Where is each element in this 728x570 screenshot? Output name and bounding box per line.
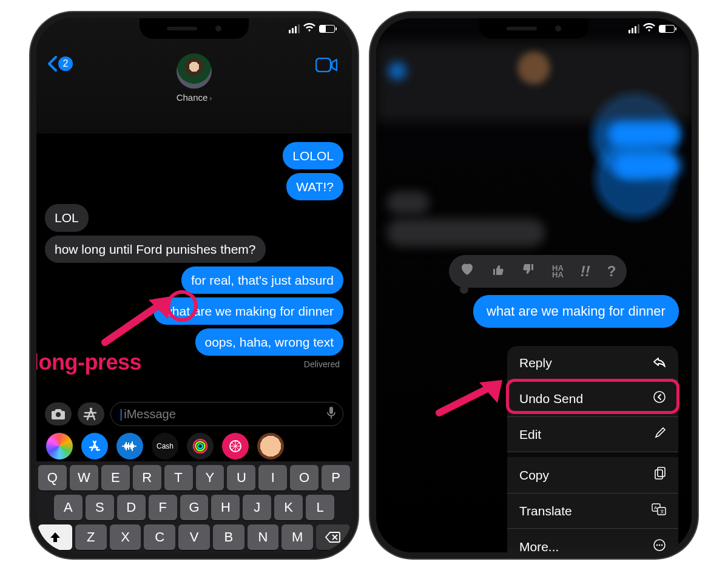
contact-name[interactable]: Chance› [36,92,352,103]
menu-edit[interactable]: Edit [507,417,678,452]
menu-reply-label: Reply [519,356,552,370]
blurred-bubble [614,153,681,178]
key-shift[interactable] [38,524,72,550]
edit-icon [654,427,666,442]
key-z[interactable]: Z [75,524,107,550]
status-bar [629,23,675,34]
keyboard[interactable]: Q W E R T Y U I O P A S D F G H J K L Z [36,461,352,552]
memoji-app-icon[interactable] [257,433,284,460]
svg-point-5 [198,444,203,449]
menu-translate-label: Translate [519,504,572,518]
menu-copy-label: Copy [519,468,549,483]
tapback-question-icon[interactable]: ? [607,263,616,280]
menu-more-label: More... [519,540,559,553]
menu-separator [507,452,678,457]
contact-avatar[interactable] [177,53,212,89]
messages-scroll[interactable]: LOLOL WAT!? LOL how long until Ford puni… [36,134,352,388]
key-m[interactable]: M [281,524,313,550]
contact-name-label: Chance [177,92,208,103]
key-k[interactable]: K [274,495,303,520]
key-v[interactable]: V [178,524,210,550]
wifi-icon [643,23,655,34]
key-q[interactable]: Q [38,465,67,490]
received-bubble[interactable]: how long until Ford punishes them? [45,236,266,263]
blurred-avatar [517,52,550,84]
tapback-thumbsup-icon[interactable] [491,263,505,280]
received-bubble[interactable]: LOL [45,204,89,231]
blurred-bubble [387,219,545,246]
message-placeholder: iMessage [124,407,176,421]
message-input[interactable]: |iMessage [110,402,343,426]
tapback-thumbsdown-icon[interactable] [522,263,535,280]
tapback-exclaim-icon[interactable]: !! [581,263,590,280]
tapback-heart-icon[interactable] [460,263,474,280]
key-d[interactable]: D [117,495,146,520]
apple-cash-app-icon[interactable]: Cash [152,433,178,460]
phone-right: HA HA !! ? what are we making for dinner… [376,18,692,552]
blurred-bubble [387,191,430,214]
menu-translate[interactable]: Translate A文 [507,494,678,529]
translate-icon: A文 [652,503,666,518]
tapback-bar: HA HA !! ? [449,255,627,288]
key-n[interactable]: N [248,524,279,550]
key-t[interactable]: T [164,465,193,490]
key-l[interactable]: L [306,495,334,520]
key-e[interactable]: E [101,465,130,490]
svg-text:文: 文 [660,509,664,514]
key-backspace[interactable] [316,524,350,550]
dictation-icon[interactable] [327,406,335,422]
tapback-haha-icon[interactable]: HA HA [552,265,564,278]
menu-copy[interactable]: Copy [507,457,678,494]
keyboard-row: A S D F G H J K L [38,495,350,520]
facetime-button[interactable] [315,56,337,76]
digital-touch-app-icon[interactable] [222,433,249,460]
compose-bar: |iMessage [36,397,352,431]
keyboard-row: Q W E R T Y U I O P [38,465,350,490]
battery-icon [319,25,335,33]
sent-bubble[interactable]: what are we making for dinner [153,297,343,325]
audio-app-icon[interactable] [116,433,143,460]
app-drawer-button[interactable] [78,402,104,426]
camera-button[interactable] [45,402,72,426]
apple-cash-label: Cash [157,442,174,450]
key-f[interactable]: F [149,495,177,520]
key-w[interactable]: W [70,465,98,490]
key-u[interactable]: U [227,465,255,490]
photos-app-icon[interactable] [46,433,73,460]
appstore-app-icon[interactable] [81,433,108,460]
key-h[interactable]: H [211,495,240,520]
menu-undo-send[interactable]: Undo Send [507,381,678,417]
fitness-app-icon[interactable] [187,433,214,460]
sent-bubble[interactable]: LOLOL [283,142,343,169]
key-i[interactable]: I [258,465,287,490]
key-j[interactable]: J [243,495,271,520]
sent-bubble[interactable]: WAT!? [286,173,343,200]
svg-rect-9 [658,467,665,477]
key-x[interactable]: X [110,524,141,550]
svg-rect-8 [655,470,662,479]
key-y[interactable]: Y [196,465,224,490]
status-bar [289,23,335,34]
unread-badge: 2 [58,56,73,71]
key-c[interactable]: C [144,524,175,550]
svg-text:A: A [654,505,658,511]
menu-reply[interactable]: Reply [507,346,678,381]
focused-message-bubble[interactable]: what are we making for dinner [473,295,679,328]
wifi-icon [303,23,315,34]
key-o[interactable]: O [290,465,318,490]
svg-point-7 [654,392,665,402]
key-s[interactable]: S [86,495,114,520]
key-r[interactable]: R [133,465,161,490]
back-button[interactable]: 2 [47,56,73,72]
key-a[interactable]: A [54,495,83,520]
sent-bubble[interactable]: for real, that's just absurd [181,266,343,294]
menu-more[interactable]: More... [507,529,678,552]
svg-point-15 [656,545,658,546]
sent-bubble[interactable]: oops, haha, wrong text [195,328,343,356]
key-p[interactable]: P [322,465,350,490]
battery-icon [659,25,675,33]
key-b[interactable]: B [213,524,244,550]
imessage-app-strip[interactable]: Cash [36,431,352,461]
svg-rect-2 [329,407,333,414]
key-g[interactable]: G [180,495,209,520]
